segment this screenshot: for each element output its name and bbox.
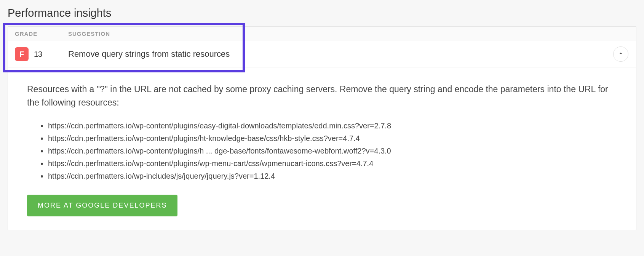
resource-list: https://cdn.perfmatters.io/wp-content/pl…	[27, 120, 617, 182]
chevron-up-icon	[618, 50, 624, 58]
grade-badge: F	[15, 47, 29, 61]
grade-cell: F 13	[15, 47, 68, 61]
collapse-button[interactable]	[613, 46, 628, 62]
insight-row[interactable]: F 13 Remove query strings from static re…	[8, 41, 636, 67]
suggestion-text: Remove query strings from static resourc…	[68, 49, 613, 59]
section-title: Performance insights	[8, 7, 636, 19]
header-suggestion: SUGGESTION	[68, 30, 628, 37]
list-item: https://cdn.perfmatters.io/wp-content/pl…	[48, 145, 617, 157]
insights-panel: GRADE SUGGESTION F 13 Remove query strin…	[8, 26, 636, 230]
header-grade: GRADE	[15, 30, 68, 37]
list-item: https://cdn.perfmatters.io/wp-includes/j…	[48, 170, 617, 182]
grade-score: 13	[34, 50, 42, 59]
more-at-google-developers-button[interactable]: MORE AT GOOGLE DEVELOPERS	[27, 195, 177, 216]
insight-body: Resources with a "?" in the URL are not …	[8, 67, 636, 230]
list-item: https://cdn.perfmatters.io/wp-content/pl…	[48, 157, 617, 170]
insight-description: Resources with a "?" in the URL are not …	[27, 83, 617, 109]
list-item: https://cdn.perfmatters.io/wp-content/pl…	[48, 132, 617, 145]
insights-header-row: GRADE SUGGESTION	[8, 27, 636, 41]
list-item: https://cdn.perfmatters.io/wp-content/pl…	[48, 120, 617, 132]
